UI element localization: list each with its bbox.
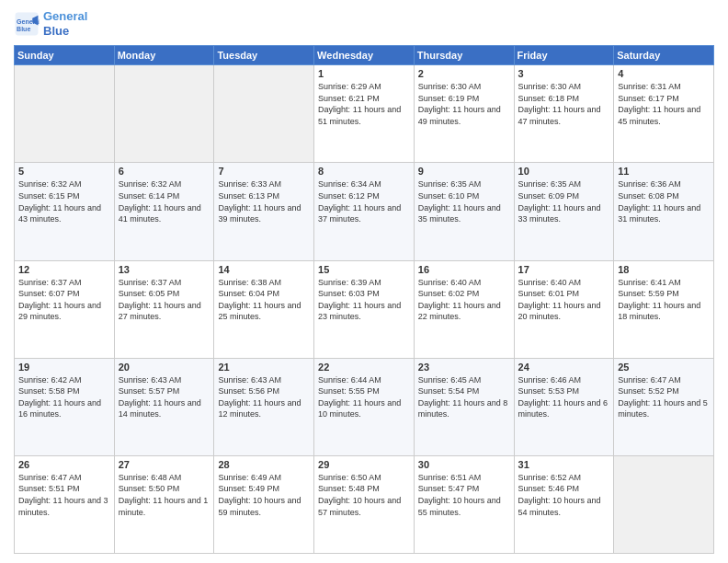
- day-info: Sunrise: 6:45 AM Sunset: 5:54 PM Dayligh…: [418, 374, 510, 420]
- calendar-table: SundayMondayTuesdayWednesdayThursdayFrid…: [14, 45, 714, 554]
- day-info: Sunrise: 6:29 AM Sunset: 6:21 PM Dayligh…: [318, 81, 410, 127]
- day-number: 7: [218, 166, 310, 177]
- day-info: Sunrise: 6:37 AM Sunset: 6:05 PM Dayligh…: [119, 277, 210, 323]
- calendar-cell: 7Sunrise: 6:33 AM Sunset: 6:13 PM Daylig…: [214, 163, 314, 260]
- calendar-cell: 5Sunrise: 6:32 AM Sunset: 6:15 PM Daylig…: [15, 163, 115, 260]
- day-number: 3: [518, 68, 610, 79]
- day-number: 10: [518, 166, 610, 177]
- calendar-cell: 10Sunrise: 6:35 AM Sunset: 6:09 PM Dayli…: [514, 163, 614, 260]
- day-number: 11: [618, 166, 710, 177]
- day-number: 18: [618, 264, 710, 275]
- day-number: 8: [318, 166, 410, 177]
- weekday-friday: Friday: [514, 46, 614, 65]
- day-number: 16: [418, 264, 510, 275]
- day-info: Sunrise: 6:40 AM Sunset: 6:01 PM Dayligh…: [518, 277, 610, 323]
- calendar-week-1: 1Sunrise: 6:29 AM Sunset: 6:21 PM Daylig…: [15, 65, 714, 163]
- day-number: 23: [418, 362, 510, 373]
- day-number: 4: [618, 68, 710, 79]
- day-number: 20: [119, 362, 210, 373]
- day-info: Sunrise: 6:50 AM Sunset: 5:48 PM Dayligh…: [318, 472, 410, 518]
- calendar-cell: 6Sunrise: 6:32 AM Sunset: 6:14 PM Daylig…: [114, 163, 214, 260]
- day-info: Sunrise: 6:39 AM Sunset: 6:03 PM Dayligh…: [318, 277, 410, 323]
- day-number: 26: [18, 459, 110, 470]
- calendar-cell: 14Sunrise: 6:38 AM Sunset: 6:04 PM Dayli…: [214, 260, 314, 358]
- calendar-cell: 29Sunrise: 6:50 AM Sunset: 5:48 PM Dayli…: [314, 455, 415, 553]
- calendar-cell: 16Sunrise: 6:40 AM Sunset: 6:02 PM Dayli…: [414, 260, 514, 358]
- calendar-cell: 1Sunrise: 6:29 AM Sunset: 6:21 PM Daylig…: [314, 65, 415, 163]
- calendar-cell: [614, 455, 714, 553]
- calendar-cell: 4Sunrise: 6:31 AM Sunset: 6:17 PM Daylig…: [614, 65, 714, 163]
- calendar-cell: 9Sunrise: 6:35 AM Sunset: 6:10 PM Daylig…: [414, 163, 514, 260]
- day-info: Sunrise: 6:35 AM Sunset: 6:09 PM Dayligh…: [518, 178, 610, 224]
- day-number: 2: [418, 68, 510, 79]
- day-info: Sunrise: 6:46 AM Sunset: 5:53 PM Dayligh…: [518, 374, 610, 420]
- day-number: 24: [518, 362, 610, 373]
- weekday-tuesday: Tuesday: [214, 46, 314, 65]
- logo: General Blue General Blue: [14, 9, 87, 38]
- day-number: 17: [518, 264, 610, 275]
- calendar-week-5: 26Sunrise: 6:47 AM Sunset: 5:51 PM Dayli…: [15, 455, 714, 553]
- calendar-cell: [15, 65, 115, 163]
- day-number: 5: [18, 166, 110, 177]
- day-info: Sunrise: 6:35 AM Sunset: 6:10 PM Dayligh…: [418, 178, 510, 224]
- calendar-cell: 30Sunrise: 6:51 AM Sunset: 5:47 PM Dayli…: [414, 455, 514, 553]
- day-number: 15: [318, 264, 410, 275]
- calendar-cell: [114, 65, 214, 163]
- day-number: 30: [418, 459, 510, 470]
- weekday-monday: Monday: [114, 46, 214, 65]
- day-info: Sunrise: 6:51 AM Sunset: 5:47 PM Dayligh…: [418, 472, 510, 518]
- calendar-cell: 2Sunrise: 6:30 AM Sunset: 6:19 PM Daylig…: [414, 65, 514, 163]
- calendar-cell: 28Sunrise: 6:49 AM Sunset: 5:49 PM Dayli…: [214, 455, 314, 553]
- calendar-cell: 17Sunrise: 6:40 AM Sunset: 6:01 PM Dayli…: [514, 260, 614, 358]
- day-number: 22: [318, 362, 410, 373]
- day-info: Sunrise: 6:31 AM Sunset: 6:17 PM Dayligh…: [618, 81, 710, 127]
- calendar-cell: 3Sunrise: 6:30 AM Sunset: 6:18 PM Daylig…: [514, 65, 614, 163]
- logo-text: General Blue: [43, 9, 87, 38]
- day-number: 28: [218, 459, 310, 470]
- day-number: 1: [318, 68, 410, 79]
- calendar-cell: 19Sunrise: 6:42 AM Sunset: 5:58 PM Dayli…: [15, 358, 115, 455]
- header: General Blue General Blue: [14, 9, 714, 38]
- day-info: Sunrise: 6:43 AM Sunset: 5:56 PM Dayligh…: [218, 374, 310, 420]
- calendar-cell: 12Sunrise: 6:37 AM Sunset: 6:07 PM Dayli…: [15, 260, 115, 358]
- weekday-sunday: Sunday: [15, 46, 115, 65]
- weekday-header-row: SundayMondayTuesdayWednesdayThursdayFrid…: [15, 46, 714, 65]
- calendar-cell: 11Sunrise: 6:36 AM Sunset: 6:08 PM Dayli…: [614, 163, 714, 260]
- calendar-cell: 13Sunrise: 6:37 AM Sunset: 6:05 PM Dayli…: [114, 260, 214, 358]
- calendar-cell: 18Sunrise: 6:41 AM Sunset: 5:59 PM Dayli…: [614, 260, 714, 358]
- calendar-cell: 26Sunrise: 6:47 AM Sunset: 5:51 PM Dayli…: [15, 455, 115, 553]
- day-info: Sunrise: 6:48 AM Sunset: 5:50 PM Dayligh…: [119, 472, 210, 518]
- calendar-cell: 24Sunrise: 6:46 AM Sunset: 5:53 PM Dayli…: [514, 358, 614, 455]
- day-info: Sunrise: 6:40 AM Sunset: 6:02 PM Dayligh…: [418, 277, 510, 323]
- day-info: Sunrise: 6:47 AM Sunset: 5:52 PM Dayligh…: [618, 374, 710, 420]
- day-number: 19: [18, 362, 110, 373]
- day-info: Sunrise: 6:34 AM Sunset: 6:12 PM Dayligh…: [318, 178, 410, 224]
- day-info: Sunrise: 6:37 AM Sunset: 6:07 PM Dayligh…: [18, 277, 110, 323]
- day-info: Sunrise: 6:30 AM Sunset: 6:19 PM Dayligh…: [418, 81, 510, 127]
- calendar-cell: 20Sunrise: 6:43 AM Sunset: 5:57 PM Dayli…: [114, 358, 214, 455]
- day-number: 25: [618, 362, 710, 373]
- calendar-cell: 27Sunrise: 6:48 AM Sunset: 5:50 PM Dayli…: [114, 455, 214, 553]
- day-number: 29: [318, 459, 410, 470]
- day-number: 21: [218, 362, 310, 373]
- calendar-week-4: 19Sunrise: 6:42 AM Sunset: 5:58 PM Dayli…: [15, 358, 714, 455]
- calendar-cell: 15Sunrise: 6:39 AM Sunset: 6:03 PM Dayli…: [314, 260, 415, 358]
- calendar-cell: 21Sunrise: 6:43 AM Sunset: 5:56 PM Dayli…: [214, 358, 314, 455]
- calendar-cell: 25Sunrise: 6:47 AM Sunset: 5:52 PM Dayli…: [614, 358, 714, 455]
- day-info: Sunrise: 6:49 AM Sunset: 5:49 PM Dayligh…: [218, 472, 310, 518]
- day-info: Sunrise: 6:36 AM Sunset: 6:08 PM Dayligh…: [618, 178, 710, 224]
- day-info: Sunrise: 6:52 AM Sunset: 5:46 PM Dayligh…: [518, 472, 610, 518]
- day-info: Sunrise: 6:32 AM Sunset: 6:14 PM Dayligh…: [119, 178, 210, 224]
- day-info: Sunrise: 6:43 AM Sunset: 5:57 PM Dayligh…: [119, 374, 210, 420]
- day-info: Sunrise: 6:30 AM Sunset: 6:18 PM Dayligh…: [518, 81, 610, 127]
- calendar-body: 1Sunrise: 6:29 AM Sunset: 6:21 PM Daylig…: [15, 65, 714, 554]
- page: General Blue General Blue SundayMondayTu…: [0, 0, 728, 563]
- weekday-saturday: Saturday: [614, 46, 714, 65]
- day-info: Sunrise: 6:32 AM Sunset: 6:15 PM Dayligh…: [18, 178, 110, 224]
- day-info: Sunrise: 6:44 AM Sunset: 5:55 PM Dayligh…: [318, 374, 410, 420]
- day-number: 6: [119, 166, 210, 177]
- logo-icon: General Blue: [14, 11, 40, 37]
- day-info: Sunrise: 6:38 AM Sunset: 6:04 PM Dayligh…: [218, 277, 310, 323]
- calendar-cell: 8Sunrise: 6:34 AM Sunset: 6:12 PM Daylig…: [314, 163, 415, 260]
- day-info: Sunrise: 6:41 AM Sunset: 5:59 PM Dayligh…: [618, 277, 710, 323]
